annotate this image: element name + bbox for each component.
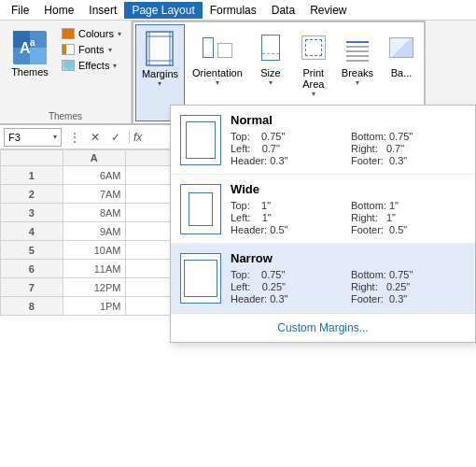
fonts-caret: ▾ xyxy=(108,46,112,54)
menu-review[interactable]: Review xyxy=(302,2,354,19)
breaks-icon xyxy=(343,28,372,67)
background-icon xyxy=(386,28,416,67)
themes-label: Themes xyxy=(11,66,49,78)
margin-preview-normal xyxy=(180,115,221,165)
name-box-caret: ▾ xyxy=(53,133,57,141)
margin-option-normal[interactable]: Normal Top: 0.75" Bottom: 0.75" Left: 0.… xyxy=(171,106,475,175)
themes-group-label: Themes xyxy=(49,109,82,121)
normal-bottom: Bottom: 0.75" xyxy=(351,131,466,142)
cell-time-3[interactable]: 8AM xyxy=(63,204,125,222)
narrow-right: Right: 0.25" xyxy=(351,281,466,292)
colours-button[interactable]: Colours ▾ xyxy=(58,26,125,41)
margin-info-normal: Normal Top: 0.75" Bottom: 0.75" Left: 0.… xyxy=(231,113,466,166)
margin-info-narrow: Narrow Top: 0.75" Bottom: 0.75" Left: 0.… xyxy=(231,251,466,304)
row-header-8[interactable]: 8 xyxy=(1,297,63,316)
margins-dropdown: Normal Top: 0.75" Bottom: 0.75" Left: 0.… xyxy=(170,105,476,343)
row-header-5[interactable]: 5 xyxy=(1,241,63,260)
narrow-top: Top: 0.75" xyxy=(231,269,345,280)
confirm-formula-button[interactable]: ✓ xyxy=(106,128,125,147)
margin-normal-title: Normal xyxy=(231,113,466,127)
wide-footer: Footer: 0.5" xyxy=(351,224,466,235)
svg-rect-2 xyxy=(30,48,47,64)
narrow-header: Header: 0.3" xyxy=(231,293,345,304)
normal-footer: Footer: 0.3" xyxy=(351,155,466,166)
menu-bar: File Home Insert Page Layout Formulas Da… xyxy=(0,0,476,21)
margin-option-narrow[interactable]: Narrow Top: 0.75" Bottom: 0.75" Left: 0.… xyxy=(171,244,475,313)
themes-group: A a Themes Colours ▾ Fonts ▾ xyxy=(0,21,132,123)
expand-formula-button[interactable]: ⋮ xyxy=(65,128,84,147)
formula-bar-buttons: ⋮ ✕ ✓ xyxy=(65,128,125,147)
margins-label: Margins xyxy=(142,68,178,79)
margins-caret: ▾ xyxy=(158,79,161,88)
size-icon xyxy=(256,28,286,67)
cell-time-2[interactable]: 7AM xyxy=(63,185,125,204)
print-area-label: Print Area xyxy=(302,67,324,90)
background-label: Ba... xyxy=(391,67,413,78)
normal-right: Right: 0.7" xyxy=(351,143,466,154)
corner-header xyxy=(1,150,63,166)
narrow-left: Left: 0.25" xyxy=(231,281,345,292)
narrow-footer: Footer: 0.3" xyxy=(351,293,466,304)
svg-text:a: a xyxy=(30,37,35,48)
normal-top: Top: 0.75" xyxy=(231,131,345,142)
fx-label: fx xyxy=(129,131,146,144)
normal-left: Left: 0.7" xyxy=(231,143,345,154)
cell-time-6[interactable]: 11AM xyxy=(63,260,125,278)
narrow-bottom: Bottom: 0.75" xyxy=(351,269,466,280)
row-header-7[interactable]: 7 xyxy=(1,278,63,297)
cancel-formula-button[interactable]: ✕ xyxy=(86,128,105,147)
menu-home[interactable]: Home xyxy=(36,2,81,19)
cell-time-5[interactable]: 10AM xyxy=(63,241,125,260)
wide-header: Header: 0.5" xyxy=(231,224,345,235)
margin-narrow-grid: Top: 0.75" Bottom: 0.75" Left: 0.25" Rig… xyxy=(231,269,466,304)
print-area-icon xyxy=(299,28,329,67)
size-label: Size xyxy=(260,67,280,78)
print-area-caret: ▾ xyxy=(312,90,315,98)
margin-normal-grid: Top: 0.75" Bottom: 0.75" Left: 0.7" Righ… xyxy=(231,131,466,166)
cell-time-4[interactable]: 9AM xyxy=(63,222,125,241)
orientation-caret: ▾ xyxy=(216,78,219,87)
menu-insert[interactable]: Insert xyxy=(81,2,124,19)
themes-small-buttons: Colours ▾ Fonts ▾ Effects ▾ xyxy=(58,26,125,109)
margin-narrow-title: Narrow xyxy=(231,251,466,265)
breaks-caret: ▾ xyxy=(356,78,359,87)
size-caret: ▾ xyxy=(269,78,273,87)
menu-data[interactable]: Data xyxy=(264,2,302,19)
margin-info-wide: Wide Top: 1" Bottom: 1" Left: 1" Right: … xyxy=(231,182,466,235)
cell-time-8[interactable]: 1PM xyxy=(63,297,125,316)
fonts-button[interactable]: Fonts ▾ xyxy=(58,42,125,57)
row-header-2[interactable]: 2 xyxy=(1,185,63,204)
row-header-1[interactable]: 1 xyxy=(1,166,63,185)
themes-button[interactable]: A a Themes xyxy=(6,24,54,84)
col-a-header[interactable]: A xyxy=(63,150,125,166)
margin-preview-narrow xyxy=(180,253,221,304)
wide-left: Left: 1" xyxy=(231,212,345,223)
orientation-icon xyxy=(203,28,232,67)
effects-caret: ▾ xyxy=(113,62,117,70)
orientation-label: Orientation xyxy=(192,67,243,78)
margin-preview-wide xyxy=(180,184,221,234)
effects-button[interactable]: Effects ▾ xyxy=(58,58,125,73)
colours-caret: ▾ xyxy=(118,30,121,38)
normal-header: Header: 0.3" xyxy=(231,155,345,166)
row-header-3[interactable]: 3 xyxy=(1,204,63,222)
margins-icon xyxy=(145,29,175,68)
wide-top: Top: 1" xyxy=(231,200,345,211)
name-box[interactable]: F3 ▾ xyxy=(4,128,62,147)
wide-bottom: Bottom: 1" xyxy=(351,200,466,211)
row-header-4[interactable]: 4 xyxy=(1,222,63,241)
row-header-6[interactable]: 6 xyxy=(1,260,63,278)
breaks-label: Breaks xyxy=(342,67,373,78)
margin-wide-grid: Top: 1" Bottom: 1" Left: 1" Right: 1" He… xyxy=(231,200,466,235)
custom-margins-link[interactable]: Custom Margins... xyxy=(171,313,475,342)
menu-page-layout[interactable]: Page Layout xyxy=(124,2,202,19)
margin-wide-title: Wide xyxy=(231,182,466,196)
menu-file[interactable]: File xyxy=(4,2,36,19)
margin-option-wide[interactable]: Wide Top: 1" Bottom: 1" Left: 1" Right: … xyxy=(171,175,475,244)
cell-time-1[interactable]: 6AM xyxy=(63,166,125,185)
cell-time-7[interactable]: 12PM xyxy=(63,278,125,297)
wide-right: Right: 1" xyxy=(351,212,466,223)
menu-formulas[interactable]: Formulas xyxy=(203,2,264,19)
